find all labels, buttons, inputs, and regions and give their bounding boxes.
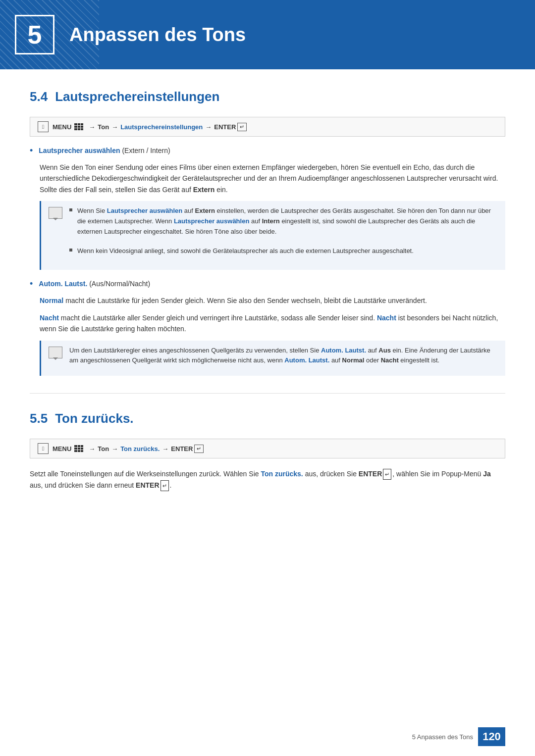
menu-ton-54: Ton [98,123,109,131]
menu-ton-55: Ton [98,445,109,453]
menu-arrow1-55: → [89,445,95,453]
sub-bullet-item-1: Wenn Sie Lautsprecher auswählen auf Exte… [69,206,498,242]
sub-bullet-link1: Lautsprecher auswählen [107,207,182,214]
bullet-desc-2a: Normal macht die Lautstärke für jeden Se… [40,295,505,306]
footer-chapter-label: 5 Anpassen des Tons [412,733,473,741]
bullet-item-2: • Autom. Lautst. (Aus/Normal/Nacht) [30,280,505,289]
menu-arrow1-54: → [89,123,95,131]
note-bold3: Nacht [381,356,399,364]
bullet-desc-2b: Nacht macht die Lautstärke aller Sender … [40,312,505,335]
sub-bullet-text-1: Wenn Sie Lautsprecher auswählen auf Exte… [77,206,498,237]
enter-icon-inline-55b: ↵ [160,480,169,491]
para-link1-55: Ton zurücks. [261,470,303,478]
section-55-para: Setzt alle Toneinstellungen auf die Werk… [30,468,505,491]
menu-enter-55: ENTER [171,445,193,453]
sub-bullet-bold2: Intern [262,217,280,225]
chapter-header: 5 Anpassen des Tons [0,0,535,69]
sub-bullet-square-2 [69,249,72,252]
sub-bullet-list-1: Wenn Sie Lautsprecher auswählen auf Exte… [69,206,498,261]
chapter-number: 5 [28,20,42,50]
nacht-bold1: Nacht [40,314,59,322]
menu-enter-54: ENTER [214,123,236,131]
sub-bullet-item-2: Wenn kein Videosignal anliegt, sind sowo… [69,246,498,261]
bullet-title-2: Autom. Lautst. [39,280,87,288]
bullet-item-1-content: Lautsprecher auswählen (Extern / Intern) [39,147,170,154]
note-icon-inner-1 [49,207,62,219]
para-bold2-55: Ja [483,470,491,478]
menu-arrow2-55: → [111,445,118,453]
bullet-options-2: (Aus/Normal/Nacht) [89,280,150,288]
sub-bullet-text-2: Wenn kein Videosignal anliegt, sind sowo… [77,246,498,256]
content-area: 5.4Lautsprechereinstellungen  MENU → To… [0,89,535,526]
note-content-1: Wenn Sie Lautsprecher auswählen auf Exte… [69,206,498,265]
bullet-title-1: Lautsprecher auswählen [39,147,120,154]
bullet-desc-1: Wenn Sie den Ton einer Sendung oder eine… [40,162,505,195]
note-bold2: Normal [342,356,365,364]
menu-link-55: Ton zurücks. [120,445,160,453]
bullet-desc-1-bold: Extern [193,186,215,194]
para2-text: macht die Lautstärke aller Sender gleich… [61,314,375,322]
sub-bullet-link2: Lautsprecher auswählen [174,217,249,225]
nacht-bold2: Nacht [377,314,396,322]
note-box-2: Um den Lautstärkeregler eines angeschlos… [40,341,505,376]
bullet-options-1: (Extern / Intern) [122,147,170,154]
menu-path-55:  MENU → Ton → Ton zurücks. → ENTER ↵ [30,439,505,458]
menu-path-54:  MENU → Ton → Lautsprechereinstellungen… [30,117,505,137]
bullet-dot-2: • [30,279,33,289]
section-divider [30,393,505,394]
bullet-desc-1-end: ein. [216,186,228,194]
bullet-item-1: • Lautsprecher auswählen (Extern / Inter… [30,147,505,156]
page-number-box: 120 [478,727,505,746]
enter-icon-54: ↵ [237,123,247,131]
bullet-item-2-content: Autom. Lautst. (Aus/Normal/Nacht) [39,280,150,288]
bullet-section-2: • Autom. Lautst. (Aus/Normal/Nacht) Norm… [30,280,505,376]
menu-arrow2-54: → [111,123,118,131]
normal-bold: Normal [40,297,63,304]
page-footer: 5 Anpassen des Tons 120 [412,727,505,746]
menu-icon-54:  [38,121,49,132]
page-number: 120 [482,730,501,743]
note-link1: Autom. Lautst. [321,347,366,354]
enter-icon-inline-55: ↵ [383,469,391,480]
section-54-number: 5.4 [30,89,48,104]
note-link2: Autom. Lautst. [284,356,329,364]
sub-bullet-square-1 [69,208,72,211]
menu-arrow3-55: → [162,445,168,453]
menu-icon-55:  [38,443,49,454]
chapter-number-box: 5 [15,15,54,54]
sub-bullet-bold1: Extern [195,207,215,214]
section-55-number: 5.5 [30,411,48,426]
menu-link-54: Lautsprechereinstellungen [120,123,203,131]
menu-grid-icon-54 [74,123,83,130]
bullet-section-1: • Lautsprecher auswählen (Extern / Inter… [30,147,505,270]
menu-label-54: MENU [53,123,71,131]
note-bold1: Aus [378,347,391,354]
chapter-title: Anpassen des Tons [69,24,246,46]
enter-icon-55: ↵ [194,445,204,453]
section-54-title: Lautsprechereinstellungen [55,89,219,104]
section-54-header: 5.4Lautsprechereinstellungen [30,89,505,104]
para-bold1-55: ENTER [359,470,382,478]
para1-text: macht die Lautstärke für jeden Sender gl… [65,297,427,304]
bullet-dot-1: • [30,146,33,156]
menu-label-55: MENU [53,445,71,453]
note-icon-2 [49,347,63,359]
note-icon-1 [49,207,63,220]
section-55-title: Ton zurücks. [55,411,133,426]
menu-grid-icon-55 [74,445,83,452]
note-content-2: Um den Lautstärkeregler eines angeschlos… [69,346,498,366]
note-box-1: Wenn Sie Lautsprecher auswählen auf Exte… [40,201,505,270]
note-icon-inner-2 [49,347,62,358]
section-55-header: 5.5Ton zurücks. [30,411,505,426]
para-bold3-55: ENTER [136,481,159,489]
menu-arrow3-54: → [205,123,212,131]
